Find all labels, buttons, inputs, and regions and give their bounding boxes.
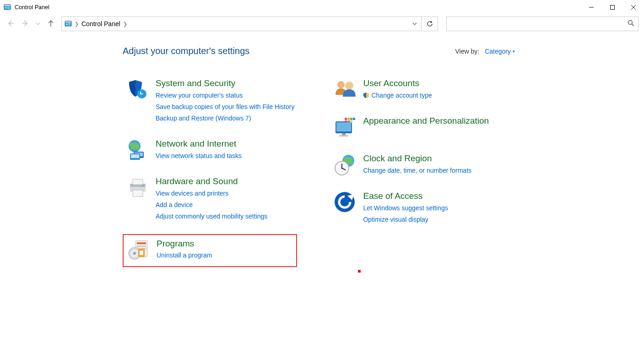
- category-system-security: System and Security Review your computer…: [123, 76, 297, 126]
- svg-rect-49: [345, 120, 347, 123]
- control-panel-icon: [4, 4, 11, 11]
- category-link[interactable]: Change account type: [363, 91, 432, 100]
- search-icon[interactable]: [628, 20, 634, 28]
- breadcrumb-chevron[interactable]: ❯: [75, 21, 79, 27]
- category-title[interactable]: System and Security: [156, 78, 294, 89]
- category-link[interactable]: Save backup copies of your files with Fi…: [156, 102, 294, 112]
- category-ease-of-access: Ease of Access Let Windows suggest setti…: [330, 188, 492, 227]
- category-user-accounts: User Accounts Change account type: [330, 76, 492, 103]
- recent-dropdown[interactable]: [36, 20, 40, 27]
- category-network: Network and Internet View network status…: [123, 136, 297, 164]
- svg-point-39: [337, 81, 345, 88]
- category-link[interactable]: Add a device: [156, 200, 267, 210]
- svg-rect-44: [339, 135, 348, 137]
- svg-rect-50: [347, 120, 350, 123]
- column-left: System and Security Review your computer…: [123, 76, 297, 267]
- breadcrumb-root-label: Control Panel: [81, 20, 120, 27]
- minimize-button[interactable]: [581, 0, 602, 15]
- forward-button[interactable]: [21, 19, 29, 29]
- nav-arrows: [6, 19, 55, 29]
- user-accounts-icon: [334, 78, 356, 100]
- svg-rect-24: [131, 154, 139, 158]
- category-title[interactable]: Ease of Access: [363, 191, 448, 202]
- close-button[interactable]: [623, 0, 644, 15]
- svg-rect-27: [133, 179, 143, 185]
- svg-rect-32: [137, 246, 146, 247]
- annotation-dot: [358, 270, 361, 273]
- svg-rect-42: [336, 122, 351, 131]
- svg-point-2: [5, 7, 7, 9]
- window-title: Control Panel: [15, 4, 49, 11]
- column-right: User Accounts Change account type: [330, 76, 492, 267]
- control-panel-icon: [65, 20, 72, 27]
- category-link[interactable]: Let Windows suggest settings: [363, 203, 448, 213]
- svg-point-17: [628, 21, 633, 25]
- svg-rect-16: [68, 25, 70, 25]
- category-link[interactable]: Backup and Restore (Windows 7): [156, 114, 294, 123]
- view-by: View by: Category ▾: [455, 48, 515, 55]
- svg-rect-31: [137, 242, 146, 244]
- maximize-button[interactable]: [602, 0, 623, 15]
- category-title[interactable]: Programs: [157, 239, 212, 249]
- window-controls: [581, 0, 644, 15]
- svg-rect-6: [611, 5, 615, 10]
- category-title[interactable]: Network and Internet: [156, 139, 242, 149]
- titlebar-left: Control Panel: [4, 4, 49, 11]
- category-hardware: Hardware and Sound View devices and prin…: [123, 174, 297, 224]
- svg-rect-3: [7, 7, 10, 7]
- svg-rect-38: [140, 251, 143, 255]
- refresh-button[interactable]: [421, 17, 438, 31]
- svg-rect-51: [350, 120, 352, 123]
- category-link[interactable]: Adjust commonly used mobility settings: [156, 212, 267, 221]
- category-clock-region: Clock and Region Change date, time, or n…: [330, 151, 492, 178]
- ease-of-access-icon: [334, 191, 356, 213]
- titlebar: Control Panel: [0, 0, 644, 15]
- svg-rect-47: [350, 118, 352, 120]
- programs-icon: [127, 239, 149, 261]
- uac-shield-icon: [363, 92, 369, 98]
- header-row: Adjust your computer's settings View by:…: [0, 46, 644, 56]
- search-box[interactable]: [446, 16, 639, 31]
- category-title[interactable]: Hardware and Sound: [156, 176, 267, 187]
- search-input[interactable]: [450, 20, 628, 28]
- category-columns: System and Security Review your computer…: [0, 76, 644, 267]
- category-appearance: Appearance and Personalization: [330, 113, 492, 141]
- chevron-down-icon: ▾: [513, 49, 515, 54]
- svg-rect-1: [5, 5, 10, 6]
- svg-rect-46: [347, 118, 350, 120]
- back-button[interactable]: [6, 19, 15, 29]
- svg-rect-28: [133, 190, 143, 197]
- page-title: Adjust your computer's settings: [123, 46, 249, 56]
- address-bar[interactable]: ❯ Control Panel ❯: [61, 16, 438, 31]
- category-link[interactable]: Change date, time, or number formats: [363, 166, 471, 175]
- category-title[interactable]: User Accounts: [363, 78, 432, 89]
- category-programs: Programs Uninstall a program: [123, 234, 297, 267]
- address-path[interactable]: ❯ Control Panel ❯: [62, 17, 408, 31]
- view-by-value: Category: [485, 48, 511, 55]
- svg-line-18: [632, 24, 633, 26]
- shield-icon: [126, 78, 148, 100]
- content: Adjust your computer's settings View by:…: [0, 33, 644, 267]
- up-button[interactable]: [47, 19, 55, 29]
- svg-point-14: [66, 24, 68, 25]
- svg-rect-13: [65, 22, 71, 22]
- category-link[interactable]: Review your computer's status: [156, 91, 294, 100]
- clock-region-icon: [334, 153, 356, 175]
- svg-point-56: [341, 168, 343, 169]
- printer-icon: [126, 176, 148, 198]
- breadcrumb-root[interactable]: Control Panel ❯: [81, 20, 127, 27]
- svg-point-29: [142, 185, 144, 186]
- view-by-dropdown[interactable]: Category ▾: [485, 48, 515, 55]
- view-by-label: View by:: [455, 48, 480, 55]
- category-link[interactable]: View network status and tasks: [156, 151, 242, 161]
- svg-rect-48: [353, 118, 355, 120]
- chevron-right-icon: ❯: [123, 21, 127, 27]
- category-title[interactable]: Clock and Region: [363, 153, 471, 164]
- svg-point-57: [335, 192, 355, 212]
- category-title[interactable]: Appearance and Personalization: [363, 116, 489, 126]
- category-link[interactable]: Uninstall a program: [157, 251, 212, 260]
- globe-network-icon: [126, 139, 148, 161]
- category-link[interactable]: Optimize visual display: [363, 215, 448, 224]
- address-history-dropdown[interactable]: [408, 17, 421, 31]
- category-link[interactable]: View devices and printers: [156, 189, 267, 198]
